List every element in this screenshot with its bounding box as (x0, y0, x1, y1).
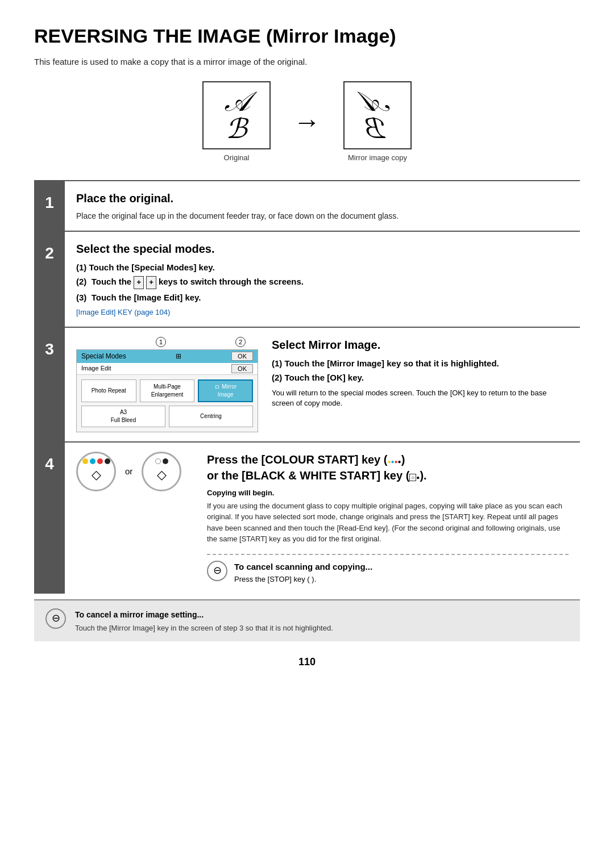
step-2-item3: (3) Touch the [Image Edit] key. (76, 291, 569, 303)
step-4-inner: ◇ or ◇ (76, 452, 569, 585)
step-1-title: Place the original. (76, 190, 569, 206)
ss-body: Photo Repeat Multi-Page Enlargement 🗆 Mi… (77, 375, 258, 432)
ss-header: Special Modes ⊞ OK (77, 350, 258, 363)
step-2-content: Select the special modes. (1) Touch the … (65, 232, 580, 326)
step-3-number: 3 (34, 328, 65, 441)
ss-photo-repeat-btn[interactable]: Photo Repeat (81, 379, 136, 402)
callout-labels: 1 2 (156, 337, 258, 347)
step-2-item2: (2) Touch the + + keys to switch through… (76, 276, 569, 289)
arrow-icon: → (293, 103, 321, 141)
callout-2: 2 (235, 337, 246, 347)
copy-begin-text: Copying will begin. (207, 488, 569, 498)
colour-start-symbol: ◇ (92, 466, 101, 484)
ss-row2: A3Full Bleed Centring (81, 406, 253, 427)
step-4-content: ◇ or ◇ (65, 443, 580, 594)
ss-full-bleed-btn[interactable]: A3Full Bleed (81, 406, 165, 427)
mirror-box: 𝒜 ℬ (343, 81, 412, 149)
mirror-label: Mirror image copy (348, 153, 407, 163)
step-4-icons-wrapper: ◇ or ◇ (76, 452, 190, 491)
step-4-number: 4 (34, 443, 65, 594)
colour-start-wrapper: ◇ (76, 452, 116, 491)
dot-b2: ● (398, 458, 401, 465)
ss-special-modes-label: Special Modes (81, 352, 126, 361)
image-edit-link[interactable]: [Image Edit] KEY (page 104) (76, 308, 170, 316)
bw-dot: ● (416, 474, 420, 481)
ss-mirror-image-btn[interactable]: 🗆 MirrorImage (198, 379, 253, 402)
bottom-note-icon: ⊖ (45, 608, 66, 629)
step-1-desc: Place the original face up in the docume… (76, 211, 569, 222)
dot-black (105, 458, 110, 464)
page-subtitle: This feature is used to make a copy that… (34, 56, 580, 68)
step-2-list: (1) Touch the [Special Modes] key. (2) T… (76, 261, 569, 303)
ss-centring-btn[interactable]: Centring (169, 406, 253, 427)
step-4-row: 4 ◇ (34, 441, 580, 594)
step-3-item1: (1) Touch the [Mirror Image] key so that… (272, 357, 569, 369)
step-3-item2: (2) Touch the [OK] key. (272, 372, 569, 383)
ss-subheader: Image Edit OK (77, 363, 258, 375)
ss-multi-page-btn[interactable]: Multi-Page Enlargement (140, 379, 195, 402)
bw-start-key: ◇ (142, 452, 181, 491)
dot-cyan (90, 458, 96, 464)
step-4-right: Press the [COLOUR START] key (●●●●) or t… (207, 452, 569, 585)
step-4-icons: ◇ or ◇ (76, 452, 190, 491)
bottom-note-title: To cancel a mirror image setting... (75, 610, 204, 619)
step-3-row: 3 1 2 Special Modes ⊞ OK Image Edit (34, 327, 580, 441)
dot-yellow (82, 458, 88, 464)
step-1-content: Place the original. Place the original f… (65, 181, 580, 231)
step-3-desc: You will return to the special modes scr… (272, 388, 569, 408)
bottom-note: ⊖ To cancel a mirror image setting... To… (34, 599, 580, 641)
image-demo: 𝒜 ℬ Original → 𝒜 ℬ Mirror image copy (34, 81, 580, 163)
step-3-screenshot-wrapper: 1 2 Special Modes ⊞ OK Image Edit OK (76, 337, 258, 432)
ss-image-edit-label: Image Edit (81, 364, 111, 373)
ss-sub-ok-button[interactable]: OK (231, 364, 253, 373)
step-1-number: 1 (34, 181, 65, 231)
cancel-icon: ⊖ (207, 561, 227, 581)
bw-circle: ○ (409, 474, 416, 481)
step-4-title: Press the [COLOUR START] key (●●●●) or t… (207, 452, 569, 483)
cancel-desc: Press the [STOP] key ( ). (234, 575, 316, 583)
step-2-row: 2 Select the special modes. (1) Touch th… (34, 231, 580, 326)
step-2-item1: (1) Touch the [Special Modes] key. (76, 261, 569, 273)
colour-start-key: ◇ (76, 452, 116, 491)
ss-ok-button[interactable]: OK (231, 352, 253, 361)
bw-start-wrapper: ◇ (142, 452, 181, 491)
step-3-content: 1 2 Special Modes ⊞ OK Image Edit OK (65, 328, 580, 441)
step-2-title: Select the special modes. (76, 241, 569, 257)
step-3-inner: 1 2 Special Modes ⊞ OK Image Edit OK (76, 337, 569, 432)
bw-dots (155, 458, 168, 464)
bw-start-symbol: ◇ (157, 466, 167, 484)
colour-dots (82, 458, 110, 464)
step-3-right: Select Mirror Image. (1) Touch the [Mirr… (272, 337, 569, 432)
or-text: or (125, 465, 132, 477)
original-box: 𝒜 ℬ (202, 81, 271, 149)
page-number: 110 (34, 655, 580, 675)
mirror-demo: 𝒜 ℬ Mirror image copy (343, 81, 412, 163)
original-demo: 𝒜 ℬ Original (202, 81, 271, 163)
original-label: Original (224, 153, 250, 163)
bottom-note-content: To cancel a mirror image setting... Touc… (75, 608, 333, 633)
dot-white (155, 458, 161, 464)
ss-grid: Photo Repeat Multi-Page Enlargement 🗆 Mi… (81, 379, 253, 402)
ss-header-icon: ⊞ (176, 352, 181, 361)
page-title: REVERSING THE IMAGE (Mirror Image) (34, 23, 580, 50)
key-plus1: + (134, 276, 144, 289)
bottom-note-desc: Touch the [Mirror Image] key in the scre… (75, 623, 333, 633)
step-2-number: 2 (34, 232, 65, 326)
step-4-desc: If you are using the document glass to c… (207, 500, 569, 545)
step-1-row: 1 Place the original. Place the original… (34, 180, 580, 231)
step-3-title: Select Mirror Image. (272, 337, 569, 353)
cancel-text: To cancel scanning and copying... Press … (234, 561, 372, 585)
step-3-screenshot: Special Modes ⊞ OK Image Edit OK Photo R… (76, 349, 258, 432)
cancel-scanning-box: ⊖ To cancel scanning and copying... Pres… (207, 554, 569, 585)
dot-red (97, 458, 103, 464)
dot-black2 (163, 458, 168, 464)
cancel-title: To cancel scanning and copying... (234, 562, 372, 571)
key-plus2: + (146, 276, 156, 289)
step-3-list: (1) Touch the [Mirror Image] key so that… (272, 357, 569, 383)
callout-1: 1 (156, 337, 166, 347)
